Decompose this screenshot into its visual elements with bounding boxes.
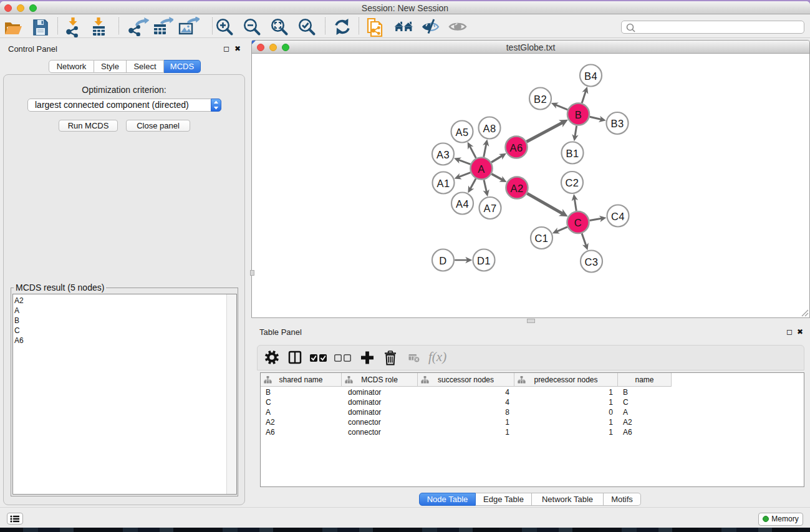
svg-text:A7: A7	[484, 203, 497, 214]
svg-text:B2: B2	[534, 94, 547, 105]
svg-text:A1: A1	[437, 178, 450, 189]
svg-text:A5: A5	[456, 127, 469, 138]
svg-text:B1: B1	[566, 148, 579, 159]
svg-text:C1: C1	[535, 233, 549, 244]
svg-text:D: D	[439, 255, 446, 266]
svg-text:A3: A3	[436, 149, 450, 160]
svg-text:D1: D1	[477, 255, 491, 266]
svg-text:C: C	[574, 217, 582, 228]
svg-text:C2: C2	[566, 177, 579, 188]
svg-text:A4: A4	[456, 198, 469, 210]
svg-text:A2: A2	[511, 183, 524, 194]
svg-text:B3: B3	[611, 118, 624, 129]
svg-text:B: B	[575, 109, 582, 120]
svg-text:C4: C4	[611, 211, 625, 222]
svg-text:A6: A6	[510, 142, 523, 153]
svg-text:A: A	[478, 163, 485, 175]
svg-text:B4: B4	[584, 70, 597, 82]
svg-text:A8: A8	[483, 123, 496, 134]
svg-text:C3: C3	[585, 256, 599, 268]
